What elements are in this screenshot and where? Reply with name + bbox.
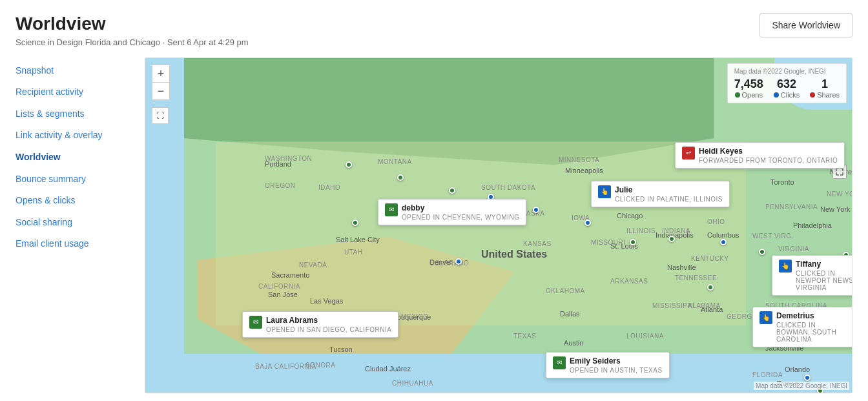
shares-dot	[810, 92, 815, 98]
pin-dot-5	[584, 220, 591, 226]
sidebar-item-snapshot[interactable]: Snapshot	[16, 60, 145, 82]
popup-julie[interactable]: 👆 Julie CLICKED IN PALATINE, ILLINOIS	[591, 181, 730, 207]
pin-dot-4	[533, 207, 539, 213]
map-pin-1[interactable]	[455, 258, 462, 265]
popup-name-demetrius: Demetrius	[776, 311, 849, 320]
header-left: Worldview Science in Design Florida and …	[16, 13, 249, 47]
popup-name-emily: Emily Seiders	[570, 356, 663, 365]
sidebar-item-lists-segments[interactable]: Lists & segments	[16, 103, 145, 125]
pin-dot-7	[720, 239, 727, 245]
map-pin-10[interactable]	[707, 284, 714, 291]
popup-text-demetrius: Demetrius CLICKED IN BOWMAN, SOUTH CAROL…	[776, 311, 849, 343]
popup-icon-debby: ✉	[385, 203, 398, 216]
popup-icon-heidi: ↩	[682, 147, 695, 159]
header-subtitle: Science in Design Florida and Chicago · …	[16, 37, 249, 47]
shares-label: Shares	[810, 91, 840, 99]
popup-debby[interactable]: ✉ debby OPENED IN CHEYENNE, WYOMING	[378, 199, 526, 225]
header: Worldview Science in Design Florida and …	[16, 13, 852, 47]
opens-value: 7,458	[734, 77, 763, 91]
campaign-name: Science in Design Florida and Chicago	[16, 37, 160, 47]
sidebar: SnapshotRecipient activityLists & segmen…	[16, 57, 145, 401]
popup-text-emily: Emily Seiders OPENED IN AUSTIN, TEXAS	[570, 356, 663, 374]
stats-row: 7,458 Opens 632 Clicks 1	[734, 77, 840, 99]
map-pin-8[interactable]	[759, 249, 765, 255]
stat-opens: 7,458 Opens	[734, 77, 763, 99]
shares-value: 1	[810, 77, 840, 91]
map-pin-3[interactable]	[449, 187, 455, 194]
map-pin-2[interactable]	[397, 174, 404, 181]
map-container[interactable]: + − ⛶ Map data ©2022 Google, INEGI 7,458…	[145, 57, 852, 393]
popup-name-julie: Julie	[615, 185, 723, 194]
map-pin-14[interactable]	[804, 375, 811, 381]
opens-dot	[735, 92, 740, 98]
popup-action-heidi: FORWARDED FROM TORONTO, ONTARIO	[699, 157, 838, 164]
pin-dot-10	[707, 284, 714, 291]
zoom-controls: + −	[152, 65, 170, 100]
popup-icon-laura: ✉	[249, 316, 262, 329]
popup-text-tiffany: Tiffany CLICKED IN NEWPORT NEWS, VIRGINI…	[796, 260, 852, 291]
page-wrapper: Worldview Science in Design Florida and …	[0, 0, 868, 401]
content-row: SnapshotRecipient activityLists & segmen…	[16, 57, 852, 401]
clicks-dot	[774, 92, 779, 98]
stat-shares: 1 Shares	[810, 77, 840, 99]
popup-laura[interactable]: ✉ Laura Abrams OPENED IN SAN DIEGO, CALI…	[242, 311, 398, 338]
popup-text-heidi: Heidi Keyes FORWARDED FROM TORONTO, ONTA…	[699, 147, 838, 164]
stats-overlay: Map data ©2022 Google, INEGI 7,458 Opens…	[727, 63, 847, 103]
page-title: Worldview	[16, 13, 249, 35]
sidebar-item-link-activity[interactable]: Link activity & overlay	[16, 125, 145, 147]
sidebar-item-opens-clicks[interactable]: Opens & clicks	[16, 190, 145, 212]
map-pin-6[interactable]	[668, 236, 675, 242]
popup-action-tiffany: CLICKED IN NEWPORT NEWS, VIRGINIA	[796, 270, 852, 291]
sidebar-item-email-client[interactable]: Email client usage	[16, 233, 145, 255]
sidebar-item-recipient-activity[interactable]: Recipient activity	[16, 81, 145, 103]
clicks-value: 632	[774, 77, 800, 91]
pin-dot-8	[759, 249, 765, 255]
popup-heidi[interactable]: ↩ Heidi Keyes FORWARDED FROM TORONTO, ON…	[675, 142, 845, 169]
map-credit: Map data ©2022 Google, INEGI	[734, 68, 840, 75]
popup-action-demetrius: CLICKED IN BOWMAN, SOUTH CAROLINA	[776, 322, 849, 343]
popup-action-laura: OPENED IN SAN DIEGO, CALIFORNIA	[266, 326, 391, 333]
opens-label: Opens	[734, 91, 763, 99]
map-credit-bottom: Map data ©2022 Google, INEGI	[754, 382, 849, 390]
popup-action-debby: OPENED IN CHEYENNE, WYOMING	[402, 214, 519, 221]
popup-text-debby: debby OPENED IN CHEYENNE, WYOMING	[402, 203, 519, 221]
pin-dot-18	[630, 239, 636, 245]
popup-icon-tiffany: 👆	[779, 260, 792, 272]
popup-action-emily: OPENED IN AUSTIN, TEXAS	[570, 367, 663, 374]
popup-icon-demetrius: 👆	[760, 311, 772, 324]
popup-name-debby: debby	[402, 203, 519, 212]
popup-action-julie: CLICKED IN PALATINE, ILLINOIS	[615, 196, 723, 203]
water-bottom	[145, 354, 852, 393]
zoom-in-button[interactable]: +	[152, 65, 169, 82]
map-background	[145, 58, 852, 393]
popup-tiffany[interactable]: 👆 Tiffany CLICKED IN NEWPORT NEWS, VIRGI…	[772, 255, 852, 296]
popup-text-julie: Julie CLICKED IN PALATINE, ILLINOIS	[615, 185, 723, 203]
stat-clicks: 632 Clicks	[774, 77, 800, 99]
map-pin-5[interactable]	[584, 220, 591, 226]
map-pin-18[interactable]	[630, 239, 636, 245]
popup-demetrius[interactable]: 👆 Demetrius CLICKED IN BOWMAN, SOUTH CAR…	[752, 307, 852, 347]
sidebar-item-social-sharing[interactable]: Social sharing	[16, 212, 145, 234]
us-region	[216, 141, 746, 325]
map-pin-16[interactable]	[346, 161, 352, 168]
fullscreen-button[interactable]: ⛶	[152, 107, 169, 124]
popup-text-laura: Laura Abrams OPENED IN SAN DIEGO, CALIFO…	[266, 316, 391, 333]
popup-name-heidi: Heidi Keyes	[699, 147, 838, 156]
popup-icon-julie: 👆	[598, 185, 611, 198]
clicks-label: Clicks	[774, 91, 800, 99]
sent-info: · Sent 6 Apr at 4:29 pm	[160, 37, 249, 47]
pin-dot-14	[804, 375, 811, 381]
pin-dot-0	[352, 220, 358, 226]
zoom-out-button[interactable]: −	[152, 83, 169, 99]
popup-emily[interactable]: ✉ Emily Seiders OPENED IN AUSTIN, TEXAS	[546, 352, 670, 378]
sidebar-item-worldview[interactable]: Worldview	[16, 147, 145, 169]
map-pin-7[interactable]	[720, 239, 727, 245]
map-pin-4[interactable]	[533, 207, 539, 213]
sidebar-item-bounce-summary[interactable]: Bounce summary	[16, 169, 145, 190]
map-pin-0[interactable]	[352, 220, 358, 226]
pin-dot-16	[346, 161, 352, 168]
share-worldview-button[interactable]: Share Worldview	[760, 13, 852, 37]
popup-icon-emily: ✉	[553, 356, 566, 369]
popup-name-tiffany: Tiffany	[796, 260, 852, 269]
pin-dot-1	[455, 258, 462, 265]
